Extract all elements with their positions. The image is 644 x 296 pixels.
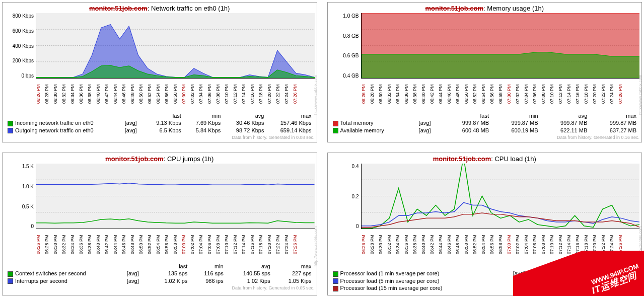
x-tick: 07:20 PM [267,246,272,254]
legend-row: Available memory[avg]600.48 MB600.19 MB6… [330,127,640,134]
x-tick: 06:28 PM [370,246,375,254]
y-tick: 1.5 K [5,164,34,169]
y-tick: 0.4 GB [330,73,359,79]
chart-title: Network traffic on eth0 (1h) [151,5,230,12]
x-tick: 06:54 PM [156,246,161,254]
x-tick: 06:28 PM [44,95,49,104]
y-tick: 0 [5,224,34,229]
x-tick: 06:32 PM [61,95,66,104]
x-tick: 06:42 PM [104,246,109,254]
x-tick: 06:36 PM [79,95,84,104]
panel-network: monitor.51job.com: Network traffic on et… [2,2,317,142]
x-tick: 06:58 PM [173,95,178,104]
x-tick: 07:12 PM [233,95,238,104]
x-axis: 06:26 PM06:28 PM06:30 PM06:32 PM06:34 PM… [361,80,633,85]
x-tick: 06:46 PM [447,95,452,104]
x-tick: 06:58 PM [498,246,503,254]
x-tick: 07:26 PM [618,95,623,104]
x-tick: 07:04 PM [524,95,529,104]
x-tick: 06:26 PM [361,246,366,254]
legend: lastminavgmaxContext switches per second… [5,263,315,284]
x-tick: 06:44 PM [113,95,118,104]
x-tick: 07:22 PM [601,95,606,104]
x-tick: 06:46 PM [447,246,452,254]
x-tick: 06:46 PM [121,95,126,104]
x-tick: 06:56 PM [489,95,494,104]
x-tick: 06:42 PM [104,95,109,104]
chart-svg [362,164,640,229]
legend-row: Total memory[avg]999.87 MB999.87 MB999.8… [330,119,640,127]
x-tick: 07:06 PM [207,246,212,254]
zabbix-logo: http://www.zabbix.com [313,75,318,115]
panel-title: monitor.51job.com: Network traffic on et… [5,5,315,12]
x-tick: 07:12 PM [558,95,563,104]
plot-area [361,13,640,79]
legend: lastminavgmaxTotal memory[avg]999.87 MB9… [330,112,640,134]
y-tick: 0.6 GB [330,53,359,58]
x-tick: 06:44 PM [438,95,443,104]
x-tick: 07:16 PM [575,95,580,104]
x-tick: 06:52 PM [147,246,152,254]
x-tick: 06:52 PM [472,246,477,254]
x-tick: 07:26 PM [293,95,298,104]
x-tick: 07:24 PM [284,95,289,104]
x-tick: 06:34 PM [70,95,75,104]
x-tick: 06:40 PM [421,95,426,104]
x-tick: 07:26 PM [293,246,298,254]
y-axis: 1.5 K1.0 K0.5 K0 [5,164,36,229]
x-tick: 06:30 PM [53,95,58,104]
x-tick: 06:34 PM [395,246,400,254]
x-tick: 06:40 PM [421,246,426,254]
x-tick: 06:54 PM [481,95,486,104]
y-tick: 1.0 K [5,184,34,189]
x-tick: 06:42 PM [430,95,435,104]
panel-title: monitor.51job.com: Memory usage (1h) [330,5,640,12]
x-tick: 07:04 PM [198,95,203,104]
x-tick: 07:06 PM [532,95,537,104]
x-tick: 06:28 PM [370,95,375,104]
y-tick: 0.8 GB [330,33,359,39]
x-tick: 06:38 PM [87,246,92,254]
x-tick: 07:18 PM [258,95,263,104]
x-tick: 07:02 PM [515,95,520,104]
x-tick: 06:32 PM [61,246,66,254]
panel-title: monitor.51job.com: CPU jumps (1h) [5,155,315,163]
y-tick: 0.5 K [5,204,34,209]
x-tick: 06:38 PM [87,95,92,104]
x-tick: 06:50 PM [138,246,144,254]
host-label: monitor.51job.com [89,5,148,12]
x-tick: 06:36 PM [79,246,84,254]
x-tick: 07:10 PM [224,95,229,104]
x-tick: 06:56 PM [164,246,169,254]
x-tick: 07:08 PM [216,95,221,104]
y-tick: 200 Kbps [5,58,34,63]
x-tick: 06:36 PM [404,246,409,254]
footer-text: Data from history. Generated in 0.05 sec… [5,285,315,290]
zabbix-logo: http://www.zabbix.com [638,75,643,115]
x-tick: 06:32 PM [387,95,392,104]
x-tick: 07:04 PM [198,246,203,254]
x-tick: 07:08 PM [216,246,221,254]
y-tick: 400 Kbps [5,43,34,49]
watermark: WWW.94IP.COM IT运维空间 [513,251,644,296]
x-tick: 07:10 PM [549,95,554,104]
x-tick: 07:14 PM [566,95,571,104]
x-tick: 06:40 PM [96,246,101,254]
x-tick: 06:34 PM [395,95,400,104]
y-axis: 0.40.20 [330,164,361,229]
x-tick: 06:42 PM [430,246,435,254]
x-tick: 07:24 PM [609,95,614,104]
legend: lastminavgmaxIncoming network traffic on… [5,112,315,134]
footer-text: Data from history. Generated in 0.16 sec… [330,135,640,140]
zabbix-logo: http://www.zabbix.com [313,227,318,267]
x-tick: 07:02 PM [190,246,195,254]
y-tick: 0.4 [330,164,359,169]
x-tick: 06:36 PM [404,95,409,104]
x-tick: 06:44 PM [113,246,118,254]
x-tick: 07:08 PM [541,95,546,104]
x-axis: 06:26 PM06:28 PM06:30 PM06:32 PM06:34 PM… [36,230,308,235]
x-tick: 06:30 PM [378,246,383,254]
host-label: monitor.51job.com [433,155,491,163]
x-axis: 06:26 PM06:28 PM06:30 PM06:32 PM06:34 PM… [361,230,633,235]
x-tick: 07:22 PM [275,246,280,254]
